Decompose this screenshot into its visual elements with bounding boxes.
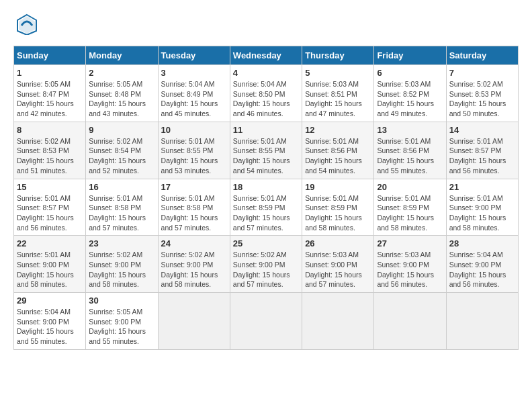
calendar-cell: 10Sunrise: 5:01 AMSunset: 8:55 PMDayligh…	[158, 122, 230, 179]
day-number: 12	[305, 125, 371, 135]
calendar-cell: 23Sunrise: 5:02 AMSunset: 9:00 PMDayligh…	[86, 236, 158, 293]
header-monday: Monday	[86, 46, 158, 65]
calendar-cell: 28Sunrise: 5:04 AMSunset: 9:00 PMDayligh…	[446, 236, 518, 293]
calendar-cell: 4Sunrise: 5:04 AMSunset: 8:50 PMDaylight…	[230, 65, 302, 122]
calendar-cell: 5Sunrise: 5:03 AMSunset: 8:51 PMDaylight…	[302, 65, 374, 122]
logo	[13, 13, 38, 39]
calendar-cell: 17Sunrise: 5:01 AMSunset: 8:58 PMDayligh…	[158, 179, 230, 236]
calendar-cell: 21Sunrise: 5:01 AMSunset: 9:00 PMDayligh…	[446, 179, 518, 236]
day-number: 5	[305, 68, 371, 78]
day-number: 15	[17, 182, 83, 192]
calendar-cell: 1Sunrise: 5:05 AMSunset: 8:47 PMDaylight…	[14, 65, 86, 122]
day-number: 24	[161, 238, 227, 248]
day-number: 26	[305, 238, 371, 248]
day-info: Sunrise: 5:01 AMSunset: 9:00 PMDaylight:…	[449, 193, 515, 233]
calendar-week-2: 8Sunrise: 5:02 AMSunset: 8:53 PMDaylight…	[14, 122, 519, 179]
day-info: Sunrise: 5:05 AMSunset: 8:48 PMDaylight:…	[89, 79, 154, 119]
calendar-header-row: SundayMondayTuesdayWednesdayThursdayFrid…	[14, 46, 519, 65]
day-number: 18	[233, 182, 299, 192]
day-number: 27	[377, 238, 443, 248]
calendar-cell	[230, 293, 302, 350]
calendar-cell: 7Sunrise: 5:02 AMSunset: 8:53 PMDaylight…	[446, 65, 518, 122]
calendar-cell: 22Sunrise: 5:01 AMSunset: 9:00 PMDayligh…	[14, 236, 86, 293]
day-info: Sunrise: 5:01 AMSunset: 8:58 PMDaylight:…	[89, 193, 154, 233]
day-number: 2	[89, 68, 154, 78]
day-info: Sunrise: 5:02 AMSunset: 9:00 PMDaylight:…	[233, 250, 299, 289]
calendar-cell: 29Sunrise: 5:04 AMSunset: 9:00 PMDayligh…	[14, 293, 86, 350]
calendar-cell	[158, 293, 230, 350]
day-number: 7	[449, 68, 515, 78]
calendar-cell: 25Sunrise: 5:02 AMSunset: 9:00 PMDayligh…	[230, 236, 302, 293]
calendar-cell: 26Sunrise: 5:03 AMSunset: 9:00 PMDayligh…	[302, 236, 374, 293]
day-info: Sunrise: 5:02 AMSunset: 9:00 PMDaylight:…	[161, 250, 227, 289]
day-number: 25	[233, 238, 299, 248]
calendar-cell: 27Sunrise: 5:03 AMSunset: 9:00 PMDayligh…	[374, 236, 446, 293]
day-number: 22	[17, 238, 83, 248]
day-number: 14	[449, 125, 515, 135]
calendar-cell	[446, 293, 518, 350]
day-info: Sunrise: 5:03 AMSunset: 8:52 PMDaylight:…	[377, 79, 443, 119]
calendar-cell: 19Sunrise: 5:01 AMSunset: 8:59 PMDayligh…	[302, 179, 374, 236]
logo-icon	[16, 13, 38, 35]
day-info: Sunrise: 5:02 AMSunset: 8:53 PMDaylight:…	[449, 79, 515, 119]
calendar-cell: 6Sunrise: 5:03 AMSunset: 8:52 PMDaylight…	[374, 65, 446, 122]
header-saturday: Saturday	[446, 46, 518, 65]
calendar-cell: 9Sunrise: 5:02 AMSunset: 8:54 PMDaylight…	[86, 122, 158, 179]
calendar-cell: 11Sunrise: 5:01 AMSunset: 8:55 PMDayligh…	[230, 122, 302, 179]
calendar-cell: 2Sunrise: 5:05 AMSunset: 8:48 PMDaylight…	[86, 65, 158, 122]
calendar-cell: 12Sunrise: 5:01 AMSunset: 8:56 PMDayligh…	[302, 122, 374, 179]
day-info: Sunrise: 5:01 AMSunset: 9:00 PMDaylight:…	[17, 250, 83, 289]
day-info: Sunrise: 5:01 AMSunset: 8:58 PMDaylight:…	[161, 193, 227, 233]
day-number: 1	[17, 68, 83, 78]
day-info: Sunrise: 5:01 AMSunset: 8:55 PMDaylight:…	[233, 136, 299, 176]
day-number: 4	[233, 68, 299, 78]
calendar-cell: 30Sunrise: 5:05 AMSunset: 9:00 PMDayligh…	[86, 293, 158, 350]
calendar-cell: 15Sunrise: 5:01 AMSunset: 8:57 PMDayligh…	[14, 179, 86, 236]
day-info: Sunrise: 5:03 AMSunset: 9:00 PMDaylight:…	[305, 250, 371, 289]
calendar-cell: 14Sunrise: 5:01 AMSunset: 8:57 PMDayligh…	[446, 122, 518, 179]
day-info: Sunrise: 5:05 AMSunset: 9:00 PMDaylight:…	[89, 307, 154, 347]
day-info: Sunrise: 5:01 AMSunset: 8:56 PMDaylight:…	[305, 136, 371, 176]
calendar-cell: 8Sunrise: 5:02 AMSunset: 8:53 PMDaylight…	[14, 122, 86, 179]
day-number: 3	[161, 68, 227, 78]
day-number: 28	[449, 238, 515, 248]
day-number: 6	[377, 68, 443, 78]
day-info: Sunrise: 5:04 AMSunset: 9:00 PMDaylight:…	[449, 250, 515, 289]
day-number: 23	[89, 238, 154, 248]
header-thursday: Thursday	[302, 46, 374, 65]
day-info: Sunrise: 5:02 AMSunset: 8:54 PMDaylight:…	[89, 136, 154, 176]
day-info: Sunrise: 5:02 AMSunset: 9:00 PMDaylight:…	[89, 250, 154, 289]
calendar-week-3: 15Sunrise: 5:01 AMSunset: 8:57 PMDayligh…	[14, 179, 519, 236]
day-info: Sunrise: 5:04 AMSunset: 8:49 PMDaylight:…	[161, 79, 227, 119]
day-info: Sunrise: 5:02 AMSunset: 8:53 PMDaylight:…	[17, 136, 83, 176]
day-info: Sunrise: 5:01 AMSunset: 8:56 PMDaylight:…	[377, 136, 443, 176]
day-info: Sunrise: 5:01 AMSunset: 8:57 PMDaylight:…	[449, 136, 515, 176]
day-info: Sunrise: 5:01 AMSunset: 8:55 PMDaylight:…	[161, 136, 227, 176]
day-info: Sunrise: 5:05 AMSunset: 8:47 PMDaylight:…	[17, 79, 83, 119]
day-info: Sunrise: 5:01 AMSunset: 8:59 PMDaylight:…	[233, 193, 299, 233]
page-header	[13, 13, 519, 39]
calendar-cell: 24Sunrise: 5:02 AMSunset: 9:00 PMDayligh…	[158, 236, 230, 293]
day-info: Sunrise: 5:04 AMSunset: 8:50 PMDaylight:…	[233, 79, 299, 119]
day-info: Sunrise: 5:03 AMSunset: 8:51 PMDaylight:…	[305, 79, 371, 119]
day-number: 20	[377, 182, 443, 192]
calendar-cell: 16Sunrise: 5:01 AMSunset: 8:58 PMDayligh…	[86, 179, 158, 236]
day-info: Sunrise: 5:03 AMSunset: 9:00 PMDaylight:…	[377, 250, 443, 289]
day-number: 8	[17, 125, 83, 135]
calendar-table: SundayMondayTuesdayWednesdayThursdayFrid…	[13, 46, 519, 350]
day-number: 17	[161, 182, 227, 192]
day-number: 11	[233, 125, 299, 135]
day-number: 13	[377, 125, 443, 135]
calendar-cell: 3Sunrise: 5:04 AMSunset: 8:49 PMDaylight…	[158, 65, 230, 122]
header-sunday: Sunday	[14, 46, 86, 65]
day-info: Sunrise: 5:04 AMSunset: 9:00 PMDaylight:…	[17, 307, 83, 347]
header-tuesday: Tuesday	[158, 46, 230, 65]
calendar-cell: 18Sunrise: 5:01 AMSunset: 8:59 PMDayligh…	[230, 179, 302, 236]
calendar-week-1: 1Sunrise: 5:05 AMSunset: 8:47 PMDaylight…	[14, 65, 519, 122]
day-number: 21	[449, 182, 515, 192]
calendar-cell	[302, 293, 374, 350]
header-friday: Friday	[374, 46, 446, 65]
day-number: 10	[161, 125, 227, 135]
calendar-week-5: 29Sunrise: 5:04 AMSunset: 9:00 PMDayligh…	[14, 293, 519, 350]
calendar-cell: 20Sunrise: 5:01 AMSunset: 8:59 PMDayligh…	[374, 179, 446, 236]
